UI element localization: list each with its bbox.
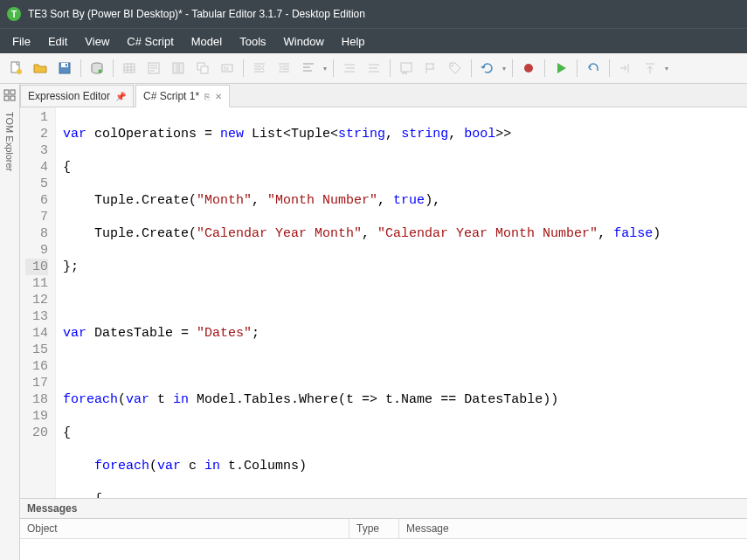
refresh-button[interactable] <box>475 56 500 80</box>
bookmark-button[interactable] <box>394 56 418 80</box>
svg-rect-17 <box>4 90 9 94</box>
svg-rect-11 <box>201 66 208 73</box>
col-message[interactable]: Message <box>399 519 747 538</box>
menu-cscript[interactable]: C# Script <box>118 31 182 52</box>
svg-rect-4 <box>66 64 67 66</box>
undo-button[interactable] <box>581 56 605 80</box>
step-button[interactable] <box>613 56 638 80</box>
tab-strip: Expression Editor 📌 C# Script 1* ⎘ ✕ <box>20 84 747 107</box>
col-type[interactable]: Type <box>349 519 399 538</box>
pin-icon[interactable]: 📌 <box>115 92 126 101</box>
outdent-button[interactable] <box>247 56 272 80</box>
indent-button[interactable] <box>272 56 296 80</box>
tag-button[interactable] <box>443 56 467 80</box>
svg-point-16 <box>524 64 533 73</box>
connect-button[interactable] <box>85 56 109 80</box>
dax-button[interactable]: fx <box>215 56 239 80</box>
svg-rect-9 <box>179 63 183 73</box>
messages-panel: Messages Object Type Message <box>20 498 747 560</box>
close-icon[interactable]: ✕ <box>215 92 222 101</box>
menu-model[interactable]: Model <box>183 31 231 52</box>
menu-edit[interactable]: Edit <box>39 31 76 52</box>
svg-point-15 <box>452 65 453 66</box>
tom-explorer-tab[interactable]: TOM Explorer <box>4 108 15 175</box>
svg-text:fx: fx <box>224 65 229 73</box>
svg-rect-14 <box>401 63 412 72</box>
menu-help[interactable]: Help <box>333 31 374 52</box>
copy-button[interactable] <box>190 56 215 80</box>
tab-csharp-script[interactable]: C# Script 1* ⎘ ✕ <box>135 85 230 107</box>
step-out-button[interactable] <box>638 56 662 80</box>
svg-rect-19 <box>4 96 9 100</box>
pivot-button[interactable] <box>166 56 190 80</box>
code-editor[interactable]: 1234567891011121314151617181920 var colO… <box>20 107 747 498</box>
svg-rect-6 <box>124 64 135 73</box>
svg-rect-20 <box>10 96 15 100</box>
editor-area: Expression Editor 📌 C# Script 1* ⎘ ✕ 123… <box>20 84 747 560</box>
step-dropdown[interactable]: ▾ <box>662 65 671 73</box>
menu-bar: File Edit View C# Script Model Tools Win… <box>0 28 747 53</box>
messages-columns: Object Type Message <box>20 519 747 539</box>
refresh-dropdown[interactable]: ▾ <box>500 65 508 73</box>
explorer-icon[interactable] <box>3 89 16 101</box>
messages-body <box>20 539 747 560</box>
tab-label: C# Script 1* <box>143 90 199 102</box>
side-panel: TOM Explorer <box>0 84 20 560</box>
new-button[interactable] <box>3 56 28 80</box>
window-title: TE3 Sort By (Power BI Desktop)* - Tabula… <box>28 8 365 20</box>
comment-button[interactable] <box>337 56 362 80</box>
menu-view[interactable]: View <box>76 31 118 52</box>
save-button[interactable] <box>52 56 77 80</box>
menu-file[interactable]: File <box>3 31 39 52</box>
menu-window[interactable]: Window <box>275 31 333 52</box>
table-button[interactable] <box>117 56 142 80</box>
title-bar: T TE3 Sort By (Power BI Desktop)* - Tabu… <box>0 0 747 28</box>
open-button[interactable] <box>28 56 52 80</box>
flag-button[interactable] <box>418 56 443 80</box>
app-logo-icon: T <box>7 7 21 21</box>
svg-rect-8 <box>173 63 177 73</box>
format-button[interactable] <box>296 56 321 80</box>
format-dropdown[interactable]: ▾ <box>321 65 329 73</box>
tab-label: Expression Editor <box>28 90 110 102</box>
svg-point-1 <box>17 69 22 74</box>
code-content[interactable]: var colOperations = new List<Tuple<strin… <box>56 107 747 498</box>
col-object[interactable]: Object <box>20 519 349 538</box>
menu-tools[interactable]: Tools <box>231 31 274 52</box>
uncomment-button[interactable] <box>362 56 386 80</box>
record-button[interactable] <box>516 56 541 80</box>
toolbar: fx ▾ ▾ ▾ <box>0 53 747 84</box>
pin-icon[interactable]: ⎘ <box>204 92 210 101</box>
messages-header[interactable]: Messages <box>20 499 747 519</box>
tab-expression-editor[interactable]: Expression Editor 📌 <box>20 85 134 107</box>
svg-rect-18 <box>10 90 15 94</box>
run-button[interactable] <box>549 56 573 80</box>
line-gutter: 1234567891011121314151617181920 <box>20 107 56 498</box>
script-button[interactable] <box>142 56 166 80</box>
